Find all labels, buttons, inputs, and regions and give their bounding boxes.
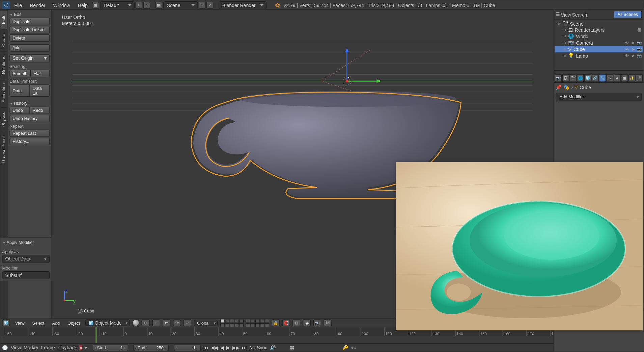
- jump-start-icon[interactable]: ⏮: [203, 345, 208, 350]
- tl-view-menu[interactable]: View: [11, 345, 21, 350]
- timeline-editor-icon[interactable]: 🕒: [2, 345, 8, 351]
- tab-relations[interactable]: Relations: [0, 51, 7, 78]
- duplicate-linked-button[interactable]: Duplicate Linked: [9, 26, 50, 33]
- current-frame-field[interactable]: 1: [174, 344, 201, 351]
- autokey-mode-icon[interactable]: ▾: [85, 345, 87, 351]
- prop-texture-icon[interactable]: ▦: [621, 74, 628, 82]
- redo-button[interactable]: Redo: [30, 107, 50, 114]
- menu-help[interactable]: Help: [75, 1, 91, 8]
- prop-material-icon[interactable]: ●: [614, 74, 621, 82]
- prop-physics-icon[interactable]: ☄: [636, 74, 643, 82]
- outliner-toggle-icon[interactable]: ➤: [631, 47, 636, 52]
- outliner-display-mode[interactable]: All Scenes: [614, 11, 642, 18]
- manipulator-toggle-icon[interactable]: ↔: [152, 320, 160, 327]
- tl-marker-menu[interactable]: Marker: [24, 345, 38, 350]
- keyframe-next-icon[interactable]: ▶▶: [232, 345, 240, 351]
- translate-manip-icon[interactable]: ⇄: [163, 320, 171, 327]
- outliner-toggle-icon[interactable]: ➤: [631, 53, 636, 58]
- outliner-toggle-icon[interactable]: 👁: [624, 40, 629, 45]
- outliner-toggle-icon[interactable]: ➤: [631, 40, 636, 45]
- menu-render[interactable]: Render: [26, 1, 49, 8]
- screen-delete-icon[interactable]: ×: [143, 1, 150, 8]
- pivot-dropdown-icon[interactable]: ⊙: [142, 320, 150, 327]
- play-reverse-icon[interactable]: ◀: [220, 345, 224, 351]
- prop-renderlayers-icon[interactable]: 🖼: [562, 74, 569, 82]
- render-engine-dropdown[interactable]: Blender Render: [218, 1, 266, 9]
- set-origin-dropdown[interactable]: Set Origin▾: [9, 54, 50, 62]
- key-insert-icon[interactable]: 🔑: [342, 345, 348, 351]
- render-anim-icon[interactable]: 🎞: [324, 320, 332, 327]
- menu-file[interactable]: File: [11, 1, 25, 8]
- prop-world-icon[interactable]: 🌐: [577, 74, 584, 82]
- speaker-icon[interactable]: 🔊: [270, 345, 276, 351]
- undo-history-button[interactable]: Undo History: [9, 115, 50, 122]
- apply-as-dropdown[interactable]: Object Data: [2, 255, 50, 263]
- prop-constraints-icon[interactable]: 🔗: [592, 74, 599, 82]
- data-layout-button[interactable]: Data La: [30, 84, 50, 97]
- sync-dropdown[interactable]: No Sync: [249, 345, 267, 350]
- layers-grid[interactable]: [220, 319, 269, 327]
- outliner-toggle-icon[interactable]: 👁: [624, 47, 629, 52]
- outliner-row[interactable]: ⊕💡Lamp👁➤📷: [555, 52, 643, 59]
- data-button[interactable]: Data: [9, 84, 30, 97]
- jump-end-icon[interactable]: ⏭: [242, 345, 247, 350]
- snap-element-icon[interactable]: ⊡: [292, 320, 300, 327]
- outliner-row[interactable]: ⊕🌐World: [555, 33, 643, 40]
- scene-dropdown[interactable]: Scene: [163, 1, 198, 9]
- select-menu[interactable]: Select: [30, 320, 47, 326]
- menu-window[interactable]: Window: [50, 1, 74, 8]
- outliner-row[interactable]: ⊕🖼RenderLayers▦: [555, 27, 643, 33]
- history-button[interactable]: History...: [9, 138, 50, 145]
- outliner-row[interactable]: ⊕▽Cube👁➤📷: [555, 46, 643, 52]
- key-delete-icon[interactable]: 🗝: [351, 345, 356, 350]
- screen-layout-dropdown[interactable]: Default: [100, 1, 135, 9]
- add-menu[interactable]: Add: [50, 320, 62, 326]
- outliner-row[interactable]: ⊕📷Camera👁➤📷: [555, 40, 643, 46]
- pin-icon[interactable]: 📌: [556, 84, 562, 90]
- lock-camera-icon[interactable]: 🔒: [272, 320, 280, 327]
- scene-add-icon[interactable]: +: [198, 1, 205, 8]
- outliner-toggle-icon[interactable]: ▦: [637, 27, 642, 32]
- scene-delete-icon[interactable]: ×: [206, 1, 213, 8]
- prop-render-icon[interactable]: 📷: [555, 74, 562, 82]
- undo-button[interactable]: Undo: [9, 107, 30, 114]
- play-icon[interactable]: ▶: [226, 345, 230, 351]
- keying-set-browse-icon[interactable]: ▦: [290, 345, 294, 351]
- view-menu[interactable]: View: [12, 320, 27, 326]
- join-button[interactable]: Join: [9, 44, 50, 52]
- screen-browse-icon[interactable]: ▦: [92, 1, 99, 8]
- outliner-toggle-icon[interactable]: 👁: [624, 53, 629, 58]
- outliner-toggle-icon[interactable]: 📷: [637, 40, 642, 45]
- outliner-view-menu[interactable]: View: [561, 12, 571, 17]
- info-editor-icon[interactable]: ⓘ: [2, 1, 10, 9]
- outliner-toggle-icon[interactable]: 📷: [637, 47, 642, 52]
- repeat-last-button[interactable]: Repeat Last: [9, 130, 50, 137]
- mode-dropdown[interactable]: 🧊 Object Mode: [85, 320, 130, 327]
- tab-physics[interactable]: Physics: [0, 107, 7, 131]
- rotate-manip-icon[interactable]: ⟳: [173, 320, 181, 327]
- tab-animation[interactable]: Animation: [0, 78, 7, 107]
- prop-scene-icon[interactable]: 🎬: [569, 74, 577, 82]
- orientation-dropdown[interactable]: Global: [194, 320, 218, 326]
- outliner-toggle-icon[interactable]: 📷: [637, 53, 642, 58]
- prop-particles-icon[interactable]: ✨: [628, 74, 636, 82]
- prop-object-icon[interactable]: 🧊: [584, 74, 591, 82]
- keyframe-prev-icon[interactable]: ◀◀: [211, 345, 218, 351]
- delete-button[interactable]: Delete: [9, 34, 50, 42]
- scale-manip-icon[interactable]: ⤢: [184, 320, 191, 327]
- scene-browse-icon[interactable]: ▦: [155, 1, 162, 8]
- end-frame-field[interactable]: End:250: [133, 344, 169, 351]
- outliner-editor-icon[interactable]: ☰: [556, 12, 560, 18]
- prop-modifiers-icon[interactable]: 🔧: [599, 74, 606, 82]
- proportional-edit-icon[interactable]: ◉: [303, 320, 311, 327]
- duplicate-button[interactable]: Duplicate: [9, 18, 50, 25]
- shade-smooth-button[interactable]: Smooth: [9, 70, 30, 77]
- object-menu[interactable]: Object: [65, 320, 83, 326]
- shading-solid-icon[interactable]: [133, 320, 140, 327]
- timeline-cursor[interactable]: [96, 327, 97, 343]
- screen-add-icon[interactable]: +: [135, 1, 142, 8]
- tl-frame-menu[interactable]: Frame: [41, 345, 55, 350]
- shade-flat-button[interactable]: Flat: [30, 70, 50, 77]
- render-preview-icon[interactable]: 📷: [313, 320, 321, 327]
- editor-type-icon[interactable]: 🧊: [2, 320, 10, 327]
